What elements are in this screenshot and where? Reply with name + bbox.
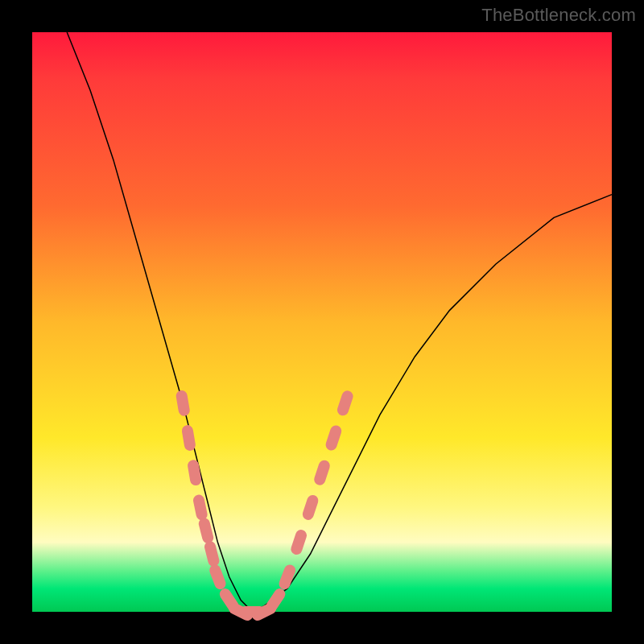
highlight-dot	[332, 431, 336, 445]
highlight-dot	[199, 501, 202, 515]
plot-area	[32, 32, 612, 612]
highlight-dot	[308, 501, 313, 514]
highlight-dot	[182, 396, 184, 411]
highlight-markers	[182, 396, 348, 615]
highlight-dot	[215, 570, 220, 584]
highlight-dot	[193, 465, 196, 480]
highlight-dot	[285, 570, 291, 584]
chart-frame: TheBottleneck.com	[0, 0, 644, 644]
highlight-dot	[320, 466, 324, 480]
bottleneck-curve	[67, 32, 612, 612]
highlight-dot	[210, 547, 213, 560]
highlight-dot	[343, 396, 348, 410]
watermark-label: TheBottleneck.com	[481, 5, 636, 26]
highlight-dot	[188, 431, 190, 445]
highlight-dot	[296, 535, 301, 549]
curve-svg	[32, 32, 612, 612]
highlight-dot	[204, 524, 208, 538]
highlight-dot	[271, 594, 279, 606]
